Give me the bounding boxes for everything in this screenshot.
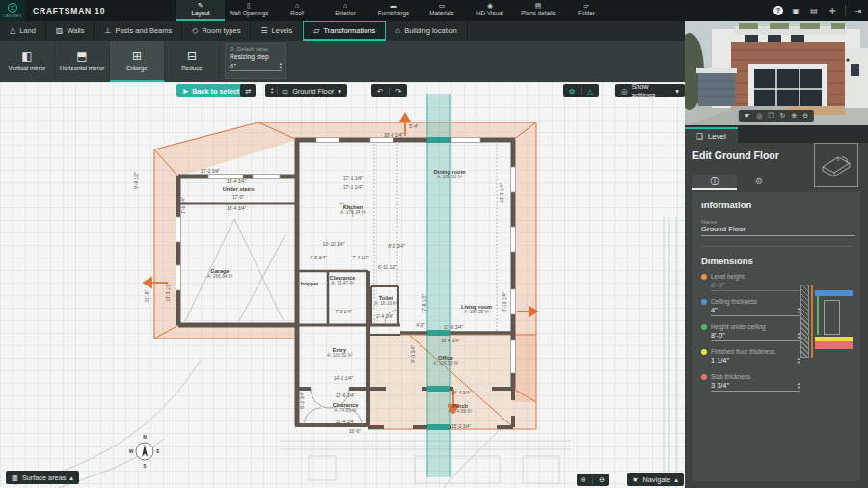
snapshot-icon[interactable]: ❐: [768, 112, 773, 120]
cedreo-logo[interactable]: C CEDREO: [0, 0, 25, 21]
tab-materials[interactable]: ▭Materials: [418, 0, 466, 21]
show-settings-button[interactable]: ◎ Show settings ▾: [615, 84, 685, 97]
save-icon[interactable]: ▤: [808, 7, 820, 15]
name-input[interactable]: Ground Floor: [701, 225, 855, 236]
tab-hd-visual[interactable]: ◉HD Visual: [466, 0, 514, 21]
default-value-box: ⚙Default value Resizing step 6" ▴▾: [225, 43, 286, 79]
undo-icon[interactable]: ↶: [377, 87, 383, 95]
tool-walls[interactable]: ▨Walls: [46, 21, 95, 41]
tool-building-location[interactable]: ⌂Building location: [386, 21, 467, 41]
tab-materials-label: Materials: [429, 10, 454, 17]
zoom-in-icon[interactable]: ⊕: [791, 112, 797, 120]
value-stepper[interactable]: ▴▾: [798, 357, 800, 365]
dimension-value[interactable]: 4": [711, 306, 718, 314]
level-tab[interactable]: ❏ Level: [685, 127, 738, 145]
surface-areas-button[interactable]: ▦ Surface areas ▴: [6, 471, 79, 484]
tool-posts-beams[interactable]: ⊥Posts and Beams: [95, 21, 182, 41]
navigate-button[interactable]: ☛ Navigate ▴: [627, 473, 684, 486]
dimension-label: Slab thickness: [711, 373, 750, 380]
gear-icon: ⚙: [755, 176, 763, 186]
floor-selector[interactable]: ▴▾ ▭ Ground Floor ▾: [265, 84, 347, 97]
gear-icon: ⚙: [230, 46, 234, 52]
reduce-tool[interactable]: ⊟Reduce: [165, 41, 220, 82]
tool-posts-beams-icon: ⊥: [104, 26, 111, 35]
color-dot: [701, 299, 707, 305]
info-tab[interactable]: ⓘ: [692, 175, 737, 190]
tab-furnishings-label: Furnishings: [378, 10, 410, 17]
exit-icon[interactable]: ⇥: [853, 7, 864, 15]
tab-exterior[interactable]: ⌂Exterior: [321, 0, 369, 21]
tab-layout-label: Layout: [192, 10, 210, 17]
eye-icon[interactable]: ◎: [756, 112, 762, 120]
dimension-row: Height under ceiling8'-0"▴▾: [701, 323, 805, 341]
3d-preview[interactable]: ☛◎❐↻⊕⊖: [685, 21, 868, 125]
zoom-controls: ⊕ ⊖: [577, 474, 609, 486]
dimension-value[interactable]: 8'-0": [711, 331, 725, 339]
vertical-mirror-tool[interactable]: ◧Vertical mirror: [0, 41, 55, 82]
tab-layout[interactable]: ✎Layout: [176, 0, 225, 21]
info-section: Information Name Ground Floor Dimensions…: [692, 192, 860, 481]
settings-tab[interactable]: ⚙: [737, 175, 781, 190]
tool-land[interactable]: △Land: [0, 21, 46, 41]
tool-room-types[interactable]: ◇Room types: [182, 21, 251, 41]
hand-icon: ☛: [633, 475, 639, 484]
dimension-row-header: Slab thickness: [701, 373, 805, 380]
swap-icon: ⇄: [245, 87, 251, 95]
chevron-down-icon: ▾: [338, 87, 341, 95]
floorplan-canvas[interactable]: Under stairsGarageA: 266.94 ft²KitchenA:…: [0, 82, 685, 488]
dimension-label: Height under ceiling: [711, 323, 766, 330]
transform-tools: ◧Vertical mirror⬒Horizontal mirror⊞Enlar…: [0, 41, 220, 82]
tool-room-types-icon: ◇: [192, 26, 198, 35]
zoom-in-icon[interactable]: ⊕: [581, 475, 586, 484]
dimension-value[interactable]: 1 1/4": [711, 356, 729, 365]
tool-transformations[interactable]: ▱Transformations: [303, 21, 386, 41]
zoom-out-icon[interactable]: ⊖: [802, 112, 808, 120]
dimension-value: 8'-9": [711, 281, 725, 289]
orbit-icon[interactable]: ↻: [780, 112, 786, 120]
cursor-icon: ➤: [182, 87, 188, 95]
dimension-value-line: 4"▴▾: [711, 305, 800, 316]
redo-icon[interactable]: ↷: [395, 87, 401, 95]
tab-furnishings-icon: ▬: [391, 2, 397, 10]
level-panel-body: Edit Ground Floor ⓘ ⚙ Information Name G…: [685, 143, 868, 488]
dimensions-heading: Dimensions: [701, 256, 852, 266]
dimension-label: Finished floor thickness: [711, 348, 775, 355]
main-tabs: ✎Layout▯Wall Openings⌂Roof⌂Exterior▬Furn…: [176, 0, 610, 21]
tab-roof[interactable]: ⌂Roof: [273, 0, 321, 21]
terrain-icon[interactable]: △: [587, 87, 593, 95]
tab-plans-details[interactable]: ▤Plans details: [514, 0, 562, 21]
color-dot: [701, 374, 707, 380]
dimension-value[interactable]: 3 3/4": [711, 381, 729, 390]
horizontal-mirror-tool[interactable]: ⬒Horizontal mirror: [55, 41, 110, 82]
tab-wall-openings[interactable]: ▯Wall Openings: [225, 0, 273, 21]
floor-stepper[interactable]: ▴▾: [271, 87, 273, 95]
vegetation-icon[interactable]: ✿: [569, 87, 575, 95]
resizing-step-stepper[interactable]: ▴▾: [280, 62, 282, 69]
tab-roof-icon: ⌂: [295, 2, 299, 10]
tool-posts-beams-label: Posts and Beams: [115, 26, 172, 35]
swap-view-button[interactable]: ⇄: [240, 84, 256, 97]
tool-levels[interactable]: ☰Levels: [251, 21, 303, 41]
value-stepper[interactable]: ▴▾: [798, 307, 800, 314]
right-panel: ☛◎❐↻⊕⊖ ❏ Level Edit Ground Floor ⓘ: [685, 21, 868, 488]
walkthrough-icon[interactable]: ☛: [745, 112, 750, 120]
enlarge-tool[interactable]: ⊞Enlarge: [110, 41, 165, 82]
value-stepper[interactable]: ▴▾: [798, 382, 800, 390]
chevron-down-icon: ▾: [675, 87, 679, 95]
dimension-row-header: Ceiling thickness: [701, 298, 805, 305]
feedback-icon[interactable]: ▣: [790, 7, 801, 15]
zoom-out-icon[interactable]: ⊖: [599, 475, 605, 484]
resizing-step-input[interactable]: 6": [230, 63, 235, 69]
help-icon[interactable]: ?: [773, 6, 783, 15]
tab-furnishings[interactable]: ▬Furnishings: [369, 0, 418, 21]
dimension-value-line: 8'-0"▴▾: [711, 330, 800, 341]
fullscreen-icon[interactable]: ✛: [827, 7, 838, 15]
chevron-up-icon: ▴: [69, 474, 73, 482]
tab-folder[interactable]: ▱Folder: [562, 0, 610, 21]
info-icon: ⓘ: [711, 176, 719, 188]
dimension-value-line: 8'-9": [711, 280, 800, 291]
dimension-value-line: 1 1/4"▴▾: [711, 355, 800, 366]
level-thumbnail[interactable]: [814, 143, 858, 187]
back-to-select-button[interactable]: ➤ Back to select: [176, 84, 245, 97]
value-stepper[interactable]: ▴▾: [798, 332, 800, 339]
